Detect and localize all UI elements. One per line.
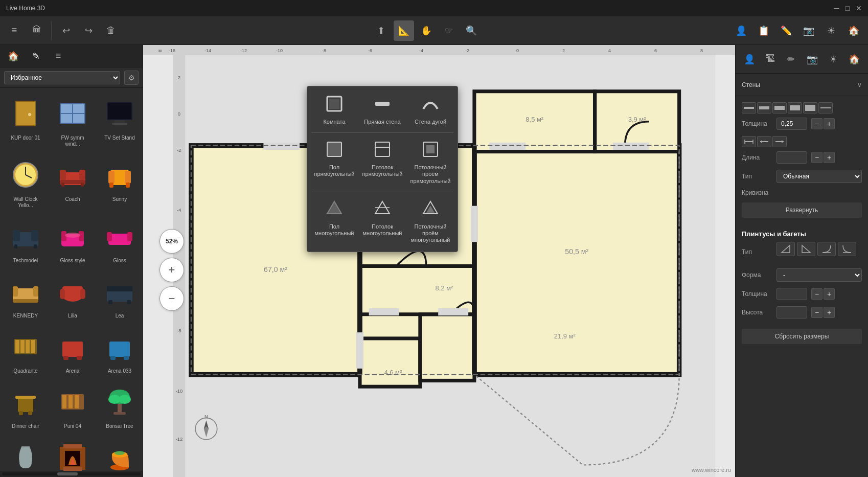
popup-room[interactable]: Комната [311,90,357,129]
popup-rect-ceiling[interactable]: Потолок прямоугольный [359,136,405,189]
th-icon-4[interactable] [788,102,802,113]
item-techmodel[interactable]: Techmodel [4,215,47,266]
menu-button[interactable]: ≡ [4,20,25,41]
item-wall-clock[interactable]: Wall Clock Yello... [4,153,47,211]
item-lilia[interactable]: Lilia [51,270,94,321]
maximize-btn[interactable]: □ [846,4,850,12]
popup-poly-floor[interactable]: Пол многоугольный [311,195,357,248]
popup-arc-wall[interactable]: Стена дугой [407,90,453,129]
right-tool-4[interactable]: 📷 [803,49,822,70]
item-puni-04[interactable]: Puni 04 [51,380,94,431]
draw-button[interactable]: ✏️ [776,20,796,41]
library-button[interactable]: 🏛 [27,20,47,41]
settings-button[interactable]: ⚙ [124,71,139,85]
right-tool-6[interactable]: 🏠 [845,49,864,70]
blueprint-button[interactable]: 📋 [753,20,774,41]
baseboard-height-minus[interactable]: − [811,307,823,318]
minimize-btn[interactable]: ─ [834,4,839,12]
baseboard-type-icon-1[interactable] [776,242,795,256]
walk-mode-button[interactable]: ✋ [416,20,437,41]
right-tool-1[interactable]: 👤 [740,49,759,70]
baseboard-type-icon-2[interactable] [797,242,815,256]
baseboard-height-input[interactable] [776,306,807,319]
scrollbar-thumb[interactable] [57,472,78,475]
render-button[interactable]: ☀ [821,20,841,41]
item-vase-teftonian[interactable]: Vase Teftonian [4,436,47,471]
item-dinner-chair[interactable]: Dinner chair [4,380,47,431]
th-icon-1[interactable] [742,102,756,113]
item-quadrante[interactable]: Quadrante [4,325,47,376]
len-icon-2[interactable] [757,136,771,147]
pan-button[interactable]: ☞ [439,20,459,41]
popup-straight-wall[interactable]: Прямая стена [359,90,405,129]
panel-expand-icon[interactable]: ∨ [857,81,862,88]
delete-button[interactable]: 🗑 [101,20,121,41]
length-minus[interactable]: − [811,152,823,163]
zoom-in-button[interactable]: + [159,258,184,282]
popup-rect-skylight[interactable]: Потолочный проём прямоугольный [407,136,453,189]
zoom-out-button[interactable]: − [159,286,184,311]
popup-rect-floor[interactable]: Пол прямоугольный [311,136,357,189]
right-tool-2[interactable]: 🏗 [761,49,780,70]
item-arena[interactable]: Arena [51,325,94,376]
len-icon-1[interactable] [742,136,756,147]
len-icon-3[interactable] [772,136,787,147]
th-icon-3[interactable] [772,102,787,113]
length-plus[interactable]: + [824,152,835,163]
titlebar-controls[interactable]: ─ □ ✕ [834,4,862,12]
length-input[interactable] [776,151,807,164]
expand-button[interactable]: Развернуть [742,202,862,218]
right-tool-3[interactable]: ✏ [782,49,801,70]
item-gloss[interactable]: Gloss [98,215,141,266]
build-mode-button[interactable]: 📐 [394,20,414,41]
baseboard-thickness-input[interactable] [776,288,807,300]
item-bonsai-tree[interactable]: Bonsai Tree [98,380,141,431]
item-gloss-style[interactable]: Gloss style [51,215,94,266]
thickness-plus[interactable]: + [824,118,835,129]
item-fw-symm-wind[interactable]: FW symm wind... [51,92,94,149]
canvas-area[interactable]: м -16 -14 -12 -10 -8 -6 -4 -2 0 2 4 6 8 [143,45,735,477]
popup-poly-skylight[interactable]: Потолочный проём многоугольный [407,195,453,248]
close-btn[interactable]: ✕ [856,4,862,12]
category-select[interactable]: Избранное [4,71,120,84]
baseboard-height-plus[interactable]: + [824,307,835,318]
scrollbar-track[interactable] [2,472,141,475]
search-button[interactable]: 🔍 [461,20,482,41]
item-tv-set-stand[interactable]: TV Set Stand [98,92,141,149]
item-kup-door-01[interactable]: KUP door 01 [4,92,47,149]
baseboard-thickness-minus[interactable]: − [811,288,823,300]
th-icon-6[interactable] [818,102,833,113]
redo-button[interactable]: ↪ [78,20,99,41]
item-sunny[interactable]: Sunny [98,153,141,211]
type-select[interactable]: Обычная [776,170,862,183]
rect-floor-icon [325,140,344,162]
baseboard-type-icon-4[interactable] [838,242,856,256]
tab-list[interactable]: ≡ [49,47,67,65]
baseboard-thickness-plus[interactable]: + [824,288,835,300]
tab-home[interactable]: 🏠 [4,47,22,65]
baseboard-shape-select[interactable]: - [776,268,862,282]
thickness-input[interactable] [776,118,807,130]
popup-poly-ceiling[interactable]: Потолок многоугольный [359,195,405,248]
home-button[interactable]: 🏠 [843,20,864,41]
item-arena-033[interactable]: Arena 033 [98,325,141,376]
right-tool-5[interactable]: ☀ [824,49,843,70]
item-pot[interactable]: Pot [98,436,141,471]
thickness-minus[interactable]: − [811,118,823,129]
tab-edit[interactable]: ✎ [27,47,45,65]
camera-button[interactable]: 📷 [798,20,819,41]
reset-button[interactable]: Сбросить размеры [742,329,862,344]
svg-rect-82 [143,45,735,55]
th-icon-2[interactable] [757,102,771,113]
th-icon-5[interactable] [803,102,817,113]
item-fireplace-brick[interactable]: Fireplace Brick [51,436,94,471]
svg-rect-169 [820,107,831,108]
undo-button[interactable]: ↩ [56,20,76,41]
item-coach[interactable]: Coach [51,153,94,211]
left-scrollbar[interactable] [0,471,143,477]
item-kennedy[interactable]: KENNEDY [4,270,47,321]
cursor-button[interactable]: ⬆ [371,20,392,41]
baseboard-type-icon-3[interactable] [817,242,836,256]
person-icon-btn[interactable]: 👤 [731,20,751,41]
item-lea[interactable]: Lea [98,270,141,321]
